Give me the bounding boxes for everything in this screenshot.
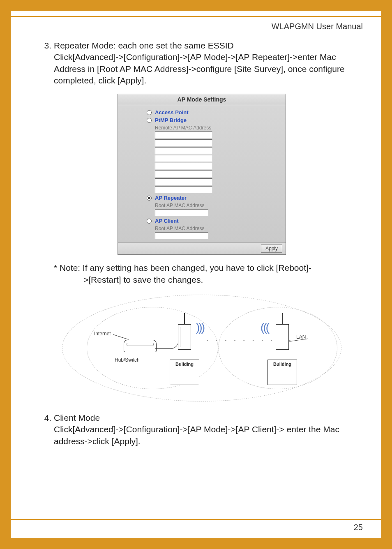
content-area: 3. Repeater Mode: each one set the same … — [42, 40, 362, 451]
step-3-title: Repeater Mode: each one set the same ESS… — [54, 41, 234, 50]
building-right: Building — [267, 360, 297, 385]
ap-panel-title: AP Mode Settings — [118, 94, 286, 105]
note-block: * Note: If any setting has been changed,… — [54, 262, 362, 286]
apply-button[interactable]: Apply — [261, 245, 282, 253]
hub-switch-label: Hub/Switch — [115, 357, 140, 363]
step-3-number: 3. — [42, 40, 51, 86]
ap-device-left-icon — [178, 324, 191, 350]
radio-ap-client[interactable]: AP Client — [147, 218, 286, 224]
ap-panel-footer: Apply — [118, 242, 286, 254]
ptmp-label: PtMP Bridge — [155, 117, 187, 123]
note-line1: * Note: If any setting has been changed,… — [54, 263, 311, 272]
remote-mac-input-8[interactable] — [155, 186, 212, 193]
step-4-title: Client Mode — [54, 413, 100, 422]
radio-ap-repeater[interactable]: AP Repeater — [147, 195, 286, 201]
hub-switch-icon — [124, 340, 157, 352]
internet-label: Internet — [94, 331, 111, 337]
radio-icon — [147, 219, 152, 224]
client-root-mac-input[interactable] — [155, 232, 208, 239]
top-rule — [11, 16, 381, 17]
note-line2: >[Restart] to save the changes. — [83, 275, 203, 284]
bottom-rule — [11, 519, 381, 520]
radio-access-point[interactable]: Access Point — [147, 109, 286, 115]
remote-mac-input-4[interactable] — [155, 155, 212, 162]
remote-mac-input-1[interactable] — [155, 131, 212, 138]
remote-mac-input-3[interactable] — [155, 147, 212, 154]
network-diagram: Internet Hub/Switch ))) Building • • • •… — [62, 295, 341, 401]
radio-icon-selected — [147, 196, 152, 201]
step-4-body: Client Mode Click[Advanced]->[Configurat… — [54, 412, 362, 447]
ap-panel-body: Access Point PtMP Bridge Remote AP MAC A… — [118, 105, 286, 242]
step-4: 4. Client Mode Click[Advanced]->[Configu… — [42, 412, 362, 447]
remote-mac-input-6[interactable] — [155, 171, 212, 178]
wifi-waves-left-icon: ))) — [196, 321, 204, 334]
lan-label: LAN — [296, 334, 306, 340]
radio-ptmp-bridge[interactable]: PtMP Bridge — [147, 117, 286, 123]
ap-client-label: AP Client — [155, 218, 179, 224]
building-left: Building — [170, 360, 199, 385]
radio-icon — [147, 110, 152, 115]
step-3-body: Repeater Mode: each one set the same ESS… — [54, 40, 362, 86]
root-mac-input[interactable] — [155, 209, 208, 216]
manual-page: WLAPGMN User Manual 3. Repeater Mode: ea… — [11, 11, 381, 538]
step-3-text: Click[Advanced]->[Configuration]->[AP Mo… — [54, 52, 345, 85]
remote-mac-label: Remote AP MAC Address — [155, 125, 286, 131]
wifi-waves-right-icon: ))) — [262, 321, 270, 334]
step-4-number: 4. — [42, 412, 51, 447]
header-title: WLAPGMN User Manual — [272, 22, 363, 31]
remote-mac-input-2[interactable] — [155, 139, 212, 146]
ap-mode-settings-panel: AP Mode Settings Access Point PtMP Bridg… — [118, 94, 286, 255]
root-mac-label: Root AP MAC Address — [155, 203, 286, 208]
ap-repeater-label: AP Repeater — [155, 195, 187, 201]
access-point-label: Access Point — [155, 109, 189, 115]
ap-device-right-icon — [276, 324, 289, 350]
page-number: 25 — [354, 523, 363, 532]
remote-mac-input-5[interactable] — [155, 163, 212, 170]
client-root-mac-label: Root AP MAC Address — [155, 226, 286, 231]
step-4-text: Click[Advanced]->[Configuration]->[AP Mo… — [54, 424, 339, 445]
remote-mac-input-7[interactable] — [155, 178, 212, 185]
radio-icon — [147, 118, 152, 123]
step-3: 3. Repeater Mode: each one set the same … — [42, 40, 362, 86]
